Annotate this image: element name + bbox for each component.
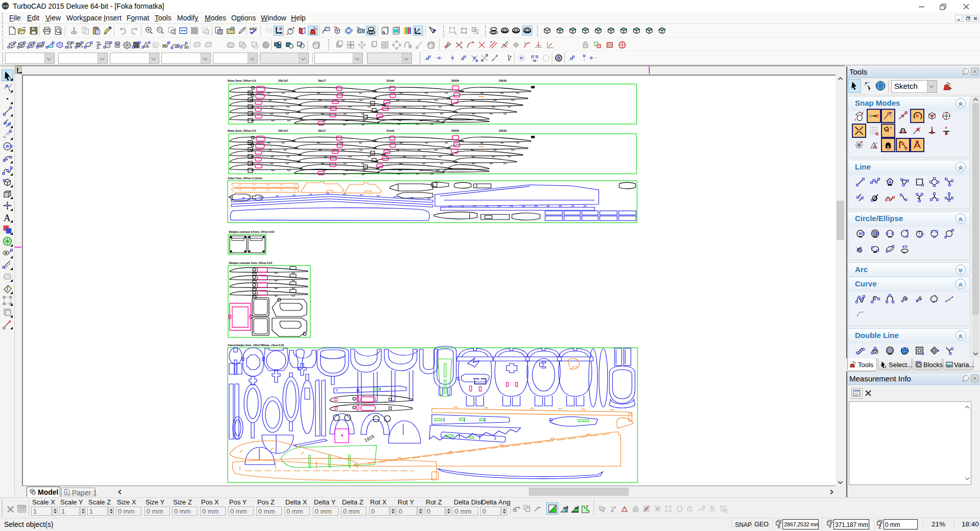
svg-text:Zebra/sklejka 3mm, 440x1780mm,: Zebra/sklejka 3mm, 440x1780mm, offset 0,…: [228, 344, 284, 347]
svg-text:33936: 33936: [451, 79, 459, 82]
svg-text:2015: 2015: [3, 5, 8, 8]
svg-text:33936: 33936: [451, 129, 459, 132]
svg-text:F: F: [586, 505, 589, 508]
svg-text:314x6: 314x6: [386, 129, 394, 132]
svg-text:Y: Y: [828, 524, 831, 529]
svg-text:?: ?: [432, 28, 436, 34]
svg-text:ABC: ABC: [249, 27, 258, 31]
svg-text:Beka 3mm, Offset 0,0: Beka 3mm, Offset 0,0: [228, 79, 256, 82]
svg-text:Y: Y: [862, 111, 864, 114]
svg-text:x: x: [930, 126, 933, 130]
svg-text:CP: CP: [574, 506, 578, 510]
svg-text:Beka 3mm, Offset 0,0: Beka 3mm, Offset 0,0: [228, 129, 256, 132]
svg-text:x: x: [854, 117, 856, 121]
svg-text:3D: 3D: [184, 45, 189, 49]
svg-text:239,5x7: 239,5x7: [278, 79, 288, 82]
svg-text:X: X: [777, 524, 780, 529]
svg-text:Sklejka Laminate 0,5mm, Offset: Sklejka Laminate 0,5mm, Offset 0,03: [229, 230, 274, 233]
svg-text:1919: 1919: [363, 434, 375, 443]
svg-text:1: 1: [66, 491, 68, 494]
svg-text:a:b: a:b: [902, 245, 908, 248]
svg-text:WP: WP: [563, 506, 568, 510]
svg-text:3D: 3D: [162, 43, 168, 49]
svg-text:33939: 33939: [499, 129, 506, 132]
svg-text:Zeba 7mm, Offset 0,12mm: Zeba 7mm, Offset 0,12mm: [228, 177, 262, 180]
svg-text:39x17: 39x17: [318, 129, 326, 132]
svg-text:239,5x7: 239,5x7: [278, 129, 288, 132]
svg-text:33939: 33939: [499, 79, 506, 82]
svg-text:314x6: 314x6: [386, 79, 394, 82]
svg-text:39x17: 39x17: [318, 79, 326, 82]
svg-text:Sklejka Laminate 3mm, Offset 0: Sklejka Laminate 3mm, Offset 0,03: [229, 261, 272, 264]
svg-text:Z: Z: [878, 524, 881, 529]
svg-text:x: x: [945, 126, 948, 130]
